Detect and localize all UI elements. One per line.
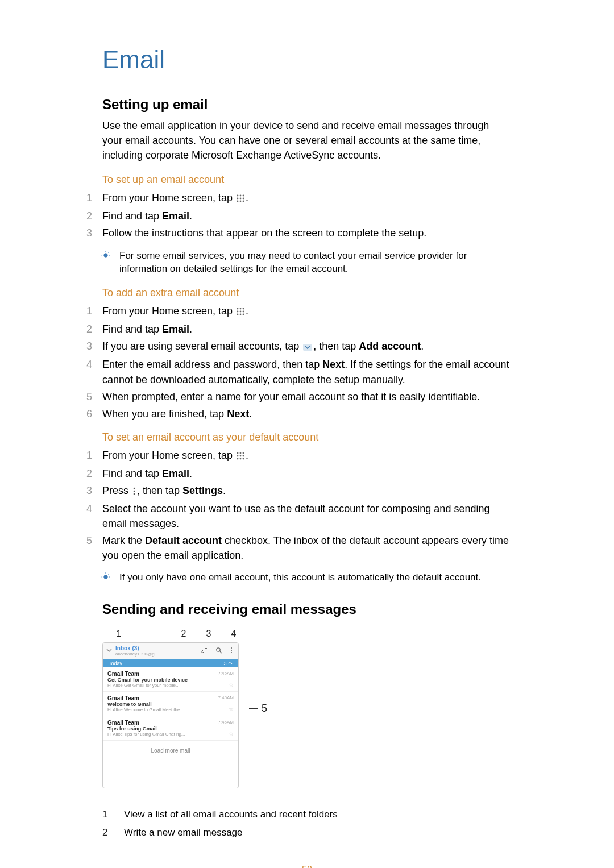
mail-sender: Gmail Team: [107, 720, 234, 726]
tip-text: For some email services, you may need to…: [119, 250, 467, 275]
svg-point-16: [240, 308, 242, 310]
load-more-label: Load more mail: [103, 741, 238, 788]
step-text: Mark the: [102, 535, 145, 546]
step-text: From your Home screen, tap: [102, 192, 235, 203]
step-text: If you are using several email accounts,…: [102, 340, 302, 352]
step-text: Find and tap: [102, 323, 162, 335]
svg-line-42: [109, 574, 109, 575]
mail-sender: Gmail Team: [107, 671, 234, 677]
svg-point-32: [240, 458, 242, 459]
mail-item: Gmail Team Get Gmail for your mobile dev…: [103, 667, 238, 692]
page-number: 58: [102, 865, 512, 868]
mail-preview: Hi Alice Welcome to Gmail Meet the...: [107, 707, 234, 712]
svg-point-7: [240, 201, 242, 202]
svg-point-35: [134, 491, 135, 492]
svg-point-36: [134, 493, 135, 495]
today-count: 3: [223, 661, 233, 666]
svg-point-37: [104, 575, 107, 579]
legend-text: View a list of all email accounts and re…: [124, 805, 346, 824]
mail-preview: Hi Alice Tips for using Gmail Chat rig..…: [107, 732, 234, 737]
svg-point-18: [237, 311, 239, 313]
tip-block: If you only have one email account, this…: [102, 571, 512, 584]
app-grid-icon: [237, 305, 244, 319]
step-text: .: [421, 340, 424, 352]
legend-num: 2: [102, 824, 124, 842]
step: Press , then tap Settings.: [86, 483, 512, 499]
sub-heading-setup-account: To set up an email account: [102, 174, 512, 186]
legend-row: 2 Write a new email message: [102, 824, 346, 842]
svg-line-41: [102, 574, 103, 575]
step: Enter the email address and password, th…: [86, 357, 512, 387]
step-bold: Next: [322, 359, 345, 370]
svg-line-45: [220, 651, 222, 653]
star-icon: ☆: [229, 682, 234, 688]
mail-item: Gmail Team Tips for using Gmail Hi Alice…: [103, 716, 238, 741]
app-grid-icon: [237, 449, 244, 464]
step-text: .: [246, 305, 248, 317]
svg-rect-24: [303, 344, 312, 351]
callout-5-label: 5: [262, 703, 267, 715]
svg-point-0: [237, 195, 239, 197]
step: If you are using several email accounts,…: [86, 339, 512, 355]
step-text: .: [246, 450, 248, 461]
svg-point-6: [237, 201, 239, 202]
step-text: When you are finished, tap: [102, 408, 227, 420]
compose-icon: [198, 647, 210, 655]
star-icon: ☆: [229, 706, 234, 712]
today-header: Today 3: [103, 659, 238, 667]
mail-time: 7:45AM: [218, 695, 234, 700]
svg-point-17: [243, 308, 244, 310]
phone-column: 1 2 3 4 Inbox (3) alicehoney1990@g...: [102, 629, 243, 788]
svg-point-3: [237, 198, 239, 200]
callout-4: 4: [230, 629, 238, 639]
mail-time: 7:45AM: [218, 720, 234, 725]
overflow-menu-icon: [228, 647, 235, 655]
step-bold: Add account: [359, 340, 421, 352]
callout-1: 1: [115, 629, 123, 639]
step-text: .: [189, 323, 192, 335]
step: Find and tap Email.: [86, 466, 512, 481]
mail-subject: Welcome to Gmail: [107, 701, 234, 707]
step-text: , then tap: [313, 340, 359, 352]
svg-point-46: [231, 647, 232, 649]
tip-icon: [101, 249, 110, 263]
step: Mark the Default account checkbox. The i…: [86, 533, 512, 563]
step-bold: Email: [162, 210, 189, 222]
section-heading-sending-receiving: Sending and receiving email messages: [102, 601, 512, 617]
svg-point-29: [240, 455, 242, 456]
step: Find and tap Email.: [86, 322, 512, 337]
svg-point-19: [240, 311, 242, 313]
step-text: Press: [102, 485, 131, 496]
mail-subject: Get Gmail for your mobile device: [107, 677, 234, 683]
step: When prompted, enter a name for your ema…: [86, 389, 512, 404]
svg-point-2: [243, 195, 244, 197]
chevron-down-icon: [303, 340, 312, 355]
mail-sender: Gmail Team: [107, 695, 234, 701]
step-text: .: [189, 468, 192, 479]
svg-point-25: [237, 452, 239, 454]
step-text: Enter the email address and password, th…: [102, 359, 322, 370]
svg-point-21: [237, 314, 239, 315]
legend-num: 1: [102, 805, 124, 824]
count-text: 3: [223, 661, 228, 666]
step-bold: Email: [162, 468, 189, 479]
inbox-topbar: Inbox (3) alicehoney1990@g...: [103, 643, 238, 659]
step: When you are finished, tap Next.: [86, 406, 512, 421]
inbox-account-email: alicehoney1990@g...: [115, 651, 158, 657]
svg-point-28: [237, 455, 239, 456]
svg-point-48: [231, 652, 232, 653]
email-screenshot-figure: 1 2 3 4 Inbox (3) alicehoney1990@g...: [102, 629, 512, 788]
svg-point-8: [243, 201, 244, 202]
svg-point-34: [134, 488, 135, 489]
sub-heading-add-account: To add an extra email account: [102, 287, 512, 299]
search-icon: [213, 647, 225, 655]
app-grid-icon: [237, 192, 244, 206]
callout-5: 5: [249, 703, 267, 715]
svg-point-9: [104, 253, 107, 256]
inbox-label: Inbox (3): [115, 645, 139, 651]
svg-point-5: [243, 198, 244, 200]
mail-time: 7:45AM: [218, 671, 234, 676]
step: Follow the instructions that appear on t…: [86, 226, 512, 240]
mail-preview: Hi Alice Get Gmail for your mobile...: [107, 683, 234, 688]
callouts-top: 1 2 3 4: [102, 629, 243, 642]
